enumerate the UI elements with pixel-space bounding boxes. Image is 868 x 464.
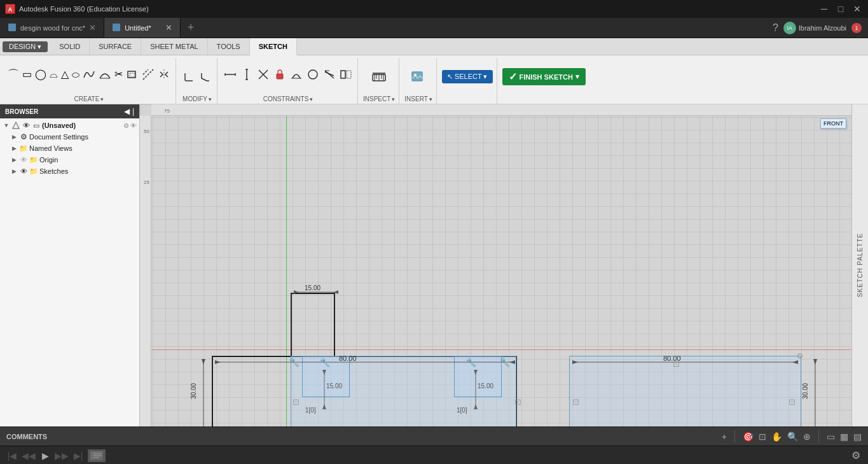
grid-display-icon[interactable]: ▦	[840, 432, 848, 442]
tab-label: Untitled*	[125, 24, 151, 32]
tree-label-sketches: Sketches	[39, 167, 68, 175]
tool-slot[interactable]: ⬭	[71, 69, 81, 80]
constraint-mirror-sym[interactable]	[338, 67, 354, 82]
tab-help-icon[interactable]: ?	[773, 22, 778, 34]
ribbon-group-modify: MODIFY ▾	[177, 58, 217, 104]
constraint-horizontal[interactable]	[223, 67, 238, 82]
inspect-tools	[369, 58, 389, 95]
minimize-button[interactable]: ─	[818, 3, 830, 15]
nav-play-button[interactable]: ▶	[38, 449, 52, 463]
tool-circle[interactable]: ◯	[34, 68, 48, 81]
tree-item-root[interactable]: ▼ 👁 ▭ (Unsaved) ⚙ 👁	[0, 120, 139, 131]
nav-grid-icon[interactable]: ⊡	[759, 432, 766, 442]
tree-item-doc-settings[interactable]: ▶ ⚙ Document Settings	[0, 131, 139, 143]
nav-first-button[interactable]: |◀	[5, 449, 19, 463]
root-settings-icon[interactable]: ⚙	[123, 122, 129, 129]
tool-spline[interactable]	[81, 67, 97, 82]
nav-thumb-preview	[90, 451, 103, 460]
tab-design-wood[interactable]: desgin wood for cnc* ✕	[0, 18, 104, 38]
ruler-label-v: 50	[144, 129, 149, 134]
tree-item-named-views[interactable]: ▶ 📁 Named Views	[0, 143, 139, 154]
nav-zoom-fit-icon[interactable]: ⊕	[803, 432, 811, 442]
dim-label-30-right: 30.00	[802, 383, 809, 399]
nav-settings-button[interactable]: ⚙	[849, 449, 863, 463]
nav-orbit-icon[interactable]: 🎯	[743, 432, 754, 442]
tree-item-origin[interactable]: ▶ 👁 📁 Origin	[0, 154, 139, 165]
tree-icon-origin: 📁	[29, 155, 38, 164]
new-tab-button[interactable]: +	[181, 18, 201, 38]
finish-sketch-chevron: ▾	[575, 73, 579, 81]
display-mode-icon[interactable]: ▭	[827, 432, 835, 442]
tool-insert-image[interactable]	[410, 68, 427, 86]
close-button[interactable]: ✕	[851, 3, 863, 15]
constraint-lock[interactable]	[272, 67, 287, 82]
nav-next-button[interactable]: ▶▶	[55, 449, 69, 463]
tool-offset[interactable]	[125, 67, 140, 82]
tab-solid[interactable]: SOLID	[50, 38, 90, 55]
tab-close-icon[interactable]: ✕	[89, 23, 96, 32]
root-eye-icon[interactable]: 👁	[130, 122, 137, 129]
tool-fillet[interactable]	[181, 69, 196, 85]
tool-arc[interactable]: ⌓	[48, 68, 59, 81]
tool-construction[interactable]	[141, 67, 156, 82]
tab-surface[interactable]: SURFACE	[90, 38, 141, 55]
tree-arrow-views: ▶	[10, 145, 18, 151]
eye-icon-root[interactable]: 👁	[22, 121, 31, 130]
create-group-label: CREATE ▾	[74, 95, 104, 104]
eye-faint-icon[interactable]: 👁	[19, 155, 28, 164]
svg-marker-46	[572, 360, 578, 364]
nav-pan-icon[interactable]: ✋	[771, 432, 782, 442]
tab-tools[interactable]: TOOLS	[208, 38, 250, 55]
view-cube[interactable]: FRONT	[811, 109, 849, 141]
comments-add-icon[interactable]: +	[722, 432, 727, 442]
svg-marker-52	[474, 370, 478, 375]
browser-collapse-button[interactable]: ◀	[124, 107, 130, 116]
dim-80-bottom-right: 80.00	[569, 356, 801, 370]
user-name: Ibrahim Alzoubi	[799, 24, 846, 32]
tool-chamfer[interactable]	[198, 69, 213, 85]
nav-prev-button[interactable]: ◀◀	[22, 449, 36, 463]
window-controls: ─ □ ✕	[818, 3, 863, 15]
tool-trim[interactable]: ✂	[113, 68, 124, 81]
browser-tree: ▼ 👁 ▭ (Unsaved) ⚙ 👁 ▶ ⚙ Document Setting…	[0, 118, 139, 426]
constraint-equal[interactable]	[305, 67, 320, 82]
sketch-point-right	[797, 353, 803, 358]
constraint-coincident[interactable]	[256, 67, 271, 82]
select-button[interactable]: ↖ SELECT ▾	[442, 70, 493, 83]
svg-marker-50	[322, 404, 326, 409]
tool-line[interactable]: ⌒	[6, 67, 20, 81]
tab-sheet-metal[interactable]: SHEET METAL	[141, 38, 207, 55]
canvas-area[interactable]: 75 50 25 15.00	[140, 104, 868, 426]
tab-untitled[interactable]: Untitled* ✕	[104, 18, 181, 38]
sidebar: BROWSER ◀ | ▼ 👁 ▭ (Unsaved) ⚙ 👁	[0, 104, 140, 426]
tool-conic[interactable]	[97, 67, 113, 82]
tool-mirror[interactable]	[156, 67, 172, 82]
constraint-vertical[interactable]	[239, 67, 254, 82]
dim-label-30-left: 30.00	[190, 383, 197, 399]
ribbon-group-select: ↖ SELECT ▾ .	[438, 58, 497, 104]
browser-pin-button[interactable]: |	[132, 107, 134, 116]
finish-sketch-button[interactable]: ✓ FINISH SKETCH ▾	[502, 68, 586, 85]
view-cube-front[interactable]: FRONT	[820, 118, 846, 129]
tool-measure[interactable]	[369, 67, 389, 87]
notch1-dim-h: 1[0]	[305, 407, 316, 414]
constraint-parallel[interactable]	[322, 67, 337, 82]
sketch-palette-label[interactable]: SKETCH PALETTE	[857, 233, 864, 297]
design-dropdown-button[interactable]: DESIGN ▾	[3, 41, 48, 52]
constraint-tangent[interactable]	[289, 67, 304, 82]
tool-polygon[interactable]: △	[60, 68, 70, 81]
tree-item-sketches[interactable]: ▶ 👁 📁 Sketches	[0, 165, 139, 177]
axis-horizontal	[151, 349, 868, 350]
tree-arrow-doc: ▶	[10, 134, 18, 140]
tab-sketch[interactable]: SKETCH	[250, 38, 297, 55]
maximize-button[interactable]: □	[835, 3, 846, 15]
nav-last-button[interactable]: ▶|	[71, 449, 85, 463]
tree-icon-sketches: 📁	[29, 167, 38, 176]
tab-close-icon-2[interactable]: ✕	[165, 23, 172, 32]
eye-icon-sketches[interactable]: 👁	[19, 167, 28, 176]
svg-line-7	[143, 69, 153, 80]
ribbon-group-create: ⌒ ▭ ◯ ⌓ △ ⬭ ✂	[3, 58, 176, 104]
tool-rectangle[interactable]: ▭	[21, 68, 33, 81]
nav-zoom-icon[interactable]: 🔍	[787, 432, 798, 442]
snap-icon[interactable]: ▤	[853, 432, 862, 442]
